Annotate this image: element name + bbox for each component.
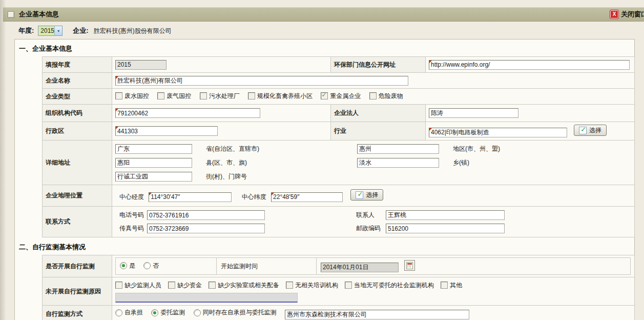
fax-input[interactable] xyxy=(147,224,265,233)
checkbox-icon[interactable] xyxy=(441,282,448,289)
checkbox-lack-funds[interactable]: 缺少资金 xyxy=(168,281,202,290)
checkbox-icon[interactable] xyxy=(209,282,216,289)
checkbox-wastegas-state[interactable]: 废气国控 xyxy=(157,92,191,101)
radio-no[interactable]: 否 xyxy=(143,262,159,270)
checkbox-hazardous-waste[interactable]: 危险废物 xyxy=(369,92,403,101)
checkbox-icon[interactable] xyxy=(248,92,255,99)
carry-out-label: 是否开展自行监测 xyxy=(43,255,112,277)
checkbox-checked-icon[interactable] xyxy=(321,92,328,99)
checkbox-heavy-metal[interactable]: 重金属企业 xyxy=(321,92,361,101)
company-name-input[interactable] xyxy=(115,76,408,86)
check-icon xyxy=(356,191,363,199)
company-type-label: 企业类型 xyxy=(43,89,112,105)
checkbox-wastewater-state[interactable]: 废水国控 xyxy=(115,92,149,101)
province-suffix: 省(自治区、直辖市) xyxy=(206,145,259,153)
phone-input[interactable] xyxy=(147,210,265,220)
county-suffix: 县(区、市、旗) xyxy=(206,158,247,167)
start-time-label: 开始监测时间 xyxy=(221,263,258,270)
carry-out-inner-table: 是 否 开始监测时间 xyxy=(115,257,631,275)
table-row: 企业类型 废水国控 废气国控 污水处理厂 规模化畜禽养殖小区 重金属企业 危险废… xyxy=(43,89,635,105)
province-input[interactable] xyxy=(115,144,192,154)
basic-info-table: 填报年度 环保部门信息公开网址 企业名称 企业类型 废水国控 废气国控 污水处理… xyxy=(42,56,635,237)
checkbox-icon[interactable] xyxy=(200,92,207,99)
table-row: 是否开展自行监测 是 否 开始监测时间 xyxy=(43,255,635,277)
contact-label: 联系方式 xyxy=(43,207,112,237)
org-code-input[interactable] xyxy=(115,108,260,118)
other-reason-input[interactable] xyxy=(115,293,298,303)
geo-label: 企业地理位置 xyxy=(43,185,112,207)
postcode-label: 邮政编码 xyxy=(356,224,383,233)
epinfo-url-label: 环保部门信息公开网址 xyxy=(331,57,426,73)
phone-label: 电话号码 xyxy=(119,211,144,219)
radio-icon[interactable] xyxy=(143,262,151,269)
street-suffix: 街(村)、门牌号 xyxy=(206,172,247,181)
radio-selected-icon[interactable] xyxy=(151,309,158,316)
address-line-3: 街(村)、门牌号 xyxy=(115,170,631,184)
checkbox-lack-staff[interactable]: 缺少监测人员 xyxy=(115,281,161,290)
radio-selected-icon[interactable] xyxy=(120,262,127,269)
checkbox-icon[interactable] xyxy=(286,282,293,289)
checkbox-sewage-plant[interactable]: 污水处理厂 xyxy=(200,92,240,101)
year-company-row: 年度: 2015 ▼ 企业: 胜宏科技(惠州)股份有限公司 xyxy=(18,25,172,37)
checkbox-no-local-org[interactable]: 当地无可委托的社会监测机构 xyxy=(345,281,434,290)
close-window-button[interactable]: X 关闭窗口 xyxy=(610,10,644,19)
latitude-label: 中心纬度 xyxy=(242,193,266,201)
town-input[interactable] xyxy=(357,158,439,168)
checkbox-icon[interactable] xyxy=(168,282,175,289)
company-name-label: 企业名称 xyxy=(43,73,112,89)
latitude-input[interactable] xyxy=(271,192,343,202)
close-window-label: 关闭窗口 xyxy=(621,10,644,19)
section1-heading: 一、企业基本信息 xyxy=(19,44,634,53)
town-suffix: 乡(镇) xyxy=(453,158,469,167)
checkbox-other-reason[interactable]: 其他 xyxy=(441,281,462,290)
checkbox-no-training-org[interactable]: 无相关培训机构 xyxy=(286,281,338,290)
calendar-icon[interactable] xyxy=(404,260,415,271)
radio-self-monitoring[interactable]: 自承担 xyxy=(115,308,143,317)
industry-select-button[interactable]: 选择 xyxy=(574,125,607,136)
admin-region-input[interactable] xyxy=(115,126,218,136)
panel-icon xyxy=(8,11,14,18)
contact-person-input[interactable] xyxy=(386,210,505,220)
checkbox-icon[interactable] xyxy=(157,92,164,99)
form-panel: 一、企业基本信息 填报年度 环保部门信息公开网址 企业名称 企业类型 废水国控 … xyxy=(14,39,635,320)
longitude-input[interactable] xyxy=(149,192,232,202)
checkbox-icon[interactable] xyxy=(115,92,122,99)
radio-yes[interactable]: 是 xyxy=(120,262,135,270)
admin-region-label: 行政区 xyxy=(43,122,112,141)
table-row: 自行监测方式 自承担 委托监测 同时存在自承担与委托监测 xyxy=(43,306,635,320)
report-year-input[interactable] xyxy=(115,60,167,70)
geo-select-button[interactable]: 选择 xyxy=(350,189,383,201)
county-input[interactable] xyxy=(115,158,192,168)
checkbox-livestock-zone[interactable]: 规模化畜禽养殖小区 xyxy=(248,92,313,101)
window-title: 企业基本信息 xyxy=(19,10,59,19)
region-suffix: 地区(市、州、盟) xyxy=(453,145,500,153)
radio-icon[interactable] xyxy=(115,309,122,316)
year-select[interactable]: 2015 ▼ xyxy=(38,26,63,36)
radio-both-monitoring[interactable]: 同时存在自承担与委托监测 xyxy=(194,308,277,317)
year-select-value: 2015 xyxy=(38,26,54,35)
checkbox-icon[interactable] xyxy=(115,282,122,289)
radio-icon[interactable] xyxy=(194,309,201,316)
start-time-input[interactable] xyxy=(321,263,399,272)
self-monitoring-table: 是否开展自行监测 是 否 开始监测时间 xyxy=(42,255,635,320)
legal-person-input[interactable] xyxy=(429,108,518,118)
address-line-2: 县(区、市、旗) 乡(镇) xyxy=(115,156,631,170)
industry-input[interactable] xyxy=(429,128,567,137)
table-row: 未开展自行监测原因 缺少监测人员 缺少资金 缺少实验室或相关配备 无相关培训机构… xyxy=(43,277,635,306)
longitude-label: 中心经度 xyxy=(119,193,144,201)
year-label: 年度: xyxy=(18,26,34,35)
region-input[interactable] xyxy=(357,144,439,154)
checkbox-icon[interactable] xyxy=(369,92,377,99)
table-row: 组织机构代码 企业法人 xyxy=(43,105,635,122)
industry-label: 行业 xyxy=(331,122,426,141)
postcode-input[interactable] xyxy=(386,224,505,233)
checkbox-lack-lab[interactable]: 缺少实验室或相关配备 xyxy=(209,281,279,290)
delegated-org-input[interactable] xyxy=(285,310,469,319)
chevron-down-icon[interactable]: ▼ xyxy=(54,26,62,35)
radio-delegated-monitoring[interactable]: 委托监测 xyxy=(151,308,185,317)
checkbox-icon[interactable] xyxy=(345,282,352,289)
street-input[interactable] xyxy=(115,172,192,182)
epinfo-url-input[interactable] xyxy=(429,60,630,70)
org-code-label: 组织机构代码 xyxy=(43,105,112,122)
close-icon[interactable]: X xyxy=(610,10,618,18)
